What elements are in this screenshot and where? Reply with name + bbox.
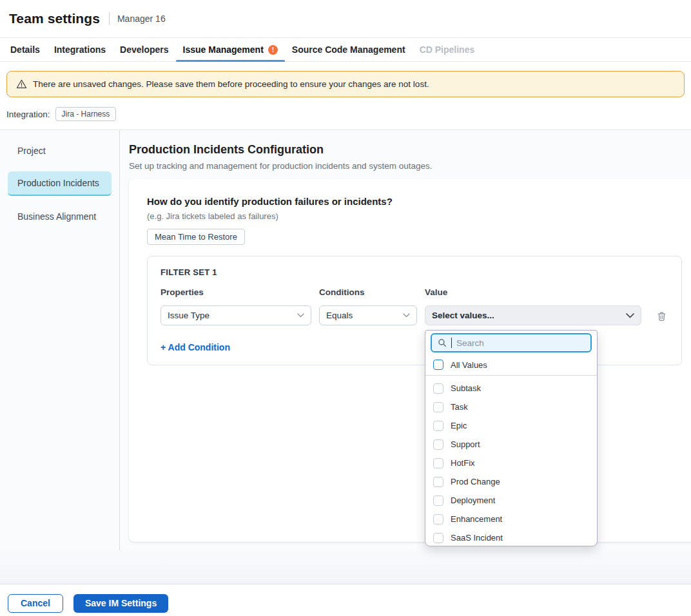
footer-bar: Cancel Save IM Settings xyxy=(0,584,691,616)
dropdown-search-input[interactable]: Search xyxy=(431,333,592,352)
sidebar-item-production-incidents[interactable]: Production Incidents xyxy=(8,171,112,196)
unsaved-changes-badge-icon: ! xyxy=(268,45,278,55)
option-enhancement[interactable]: Enhancement xyxy=(425,510,597,528)
section-subtitle: Set up tracking and management for produ… xyxy=(129,161,691,171)
filter-grid: Properties Conditions Value Issue Type E… xyxy=(161,287,668,325)
value-cell: Select values... xyxy=(425,305,641,325)
all-values-checkbox[interactable] xyxy=(433,360,443,370)
option-checkbox[interactable] xyxy=(433,533,443,543)
column-header-value: Value xyxy=(425,287,641,297)
filter-set-title: FILTER SET 1 xyxy=(161,267,668,277)
option-prod-change[interactable]: Prod Change xyxy=(425,472,597,491)
option-checkbox[interactable] xyxy=(433,514,443,525)
page-header: Team settings Manager 16 xyxy=(0,0,691,37)
option-saas-incident[interactable]: SaaS Incident xyxy=(425,528,597,546)
add-condition-link[interactable]: + Add Condition xyxy=(161,342,230,352)
settings-sidebar: Project Production Incidents Business Al… xyxy=(0,130,120,550)
conditions-select[interactable]: Equals xyxy=(319,305,417,325)
column-header-properties: Properties xyxy=(161,287,311,297)
unsaved-changes-banner: There are unsaved changes. Please save t… xyxy=(6,71,685,97)
option-epic[interactable]: Epic xyxy=(425,416,597,435)
question-heading: How do you identify production failures … xyxy=(147,196,682,207)
conditions-select-value: Equals xyxy=(326,311,353,320)
config-card: How do you identify production failures … xyxy=(129,179,691,542)
page-subtitle: Manager 16 xyxy=(117,14,166,24)
filter-set-panel: FILTER SET 1 Properties Conditions Value… xyxy=(147,256,682,365)
main-content: Production Incidents Configuration Set u… xyxy=(120,130,691,550)
tab-details[interactable]: Details xyxy=(3,38,47,61)
value-dropdown-panel: Search All Values Subtask Task xyxy=(425,330,598,546)
metric-chip[interactable]: Mean Time to Restore xyxy=(147,229,245,245)
option-hotfix[interactable]: HotFix xyxy=(425,454,597,472)
integration-chip[interactable]: Jira - Harness xyxy=(55,107,117,121)
tab-developers[interactable]: Developers xyxy=(113,38,175,61)
value-select-placeholder: Select values... xyxy=(432,311,494,320)
search-icon xyxy=(438,338,447,347)
text-caret xyxy=(451,338,452,348)
column-header-conditions: Conditions xyxy=(319,287,417,297)
integration-label: Integration: xyxy=(6,110,50,119)
option-checkbox[interactable] xyxy=(433,496,443,506)
chevron-down-icon xyxy=(403,313,410,318)
warning-triangle-icon xyxy=(16,79,27,90)
page-title: Team settings xyxy=(9,11,100,26)
option-support[interactable]: Support xyxy=(425,435,597,454)
content-band: Project Production Incidents Business Al… xyxy=(0,130,691,550)
bottom-strip xyxy=(0,550,691,584)
option-deployment[interactable]: Deployment xyxy=(425,491,597,510)
tab-bar: Details Integrations Developers Issue Ma… xyxy=(0,37,691,62)
option-subtask[interactable]: Subtask xyxy=(425,379,597,398)
tab-source-code-management[interactable]: Source Code Management xyxy=(285,38,413,61)
title-separator xyxy=(109,12,110,25)
save-im-settings-button[interactable]: Save IM Settings xyxy=(73,594,168,613)
sidebar-item-business-alignment[interactable]: Business Alignment xyxy=(8,205,112,228)
properties-select-value: Issue Type xyxy=(168,311,209,320)
option-checkbox[interactable] xyxy=(433,421,443,431)
option-all-values[interactable]: All Values xyxy=(425,356,597,373)
delete-filter-button[interactable] xyxy=(654,309,668,323)
chevron-down-icon xyxy=(297,313,304,318)
option-checkbox[interactable] xyxy=(433,402,443,412)
dropdown-option-list: Subtask Task Epic Support HotFix Prod Ch… xyxy=(425,376,597,546)
search-placeholder: Search xyxy=(456,338,484,348)
value-multiselect[interactable]: Select values... xyxy=(425,305,641,325)
sidebar-item-project[interactable]: Project xyxy=(8,139,112,162)
tab-issue-management[interactable]: Issue Management ! xyxy=(176,38,285,61)
option-checkbox[interactable] xyxy=(433,477,443,487)
question-hint: (e.g. Jira tickets labeled as failures) xyxy=(147,211,682,221)
properties-select[interactable]: Issue Type xyxy=(161,305,311,325)
cancel-button[interactable]: Cancel xyxy=(8,594,63,613)
option-checkbox[interactable] xyxy=(433,439,443,450)
chevron-down-icon xyxy=(626,313,634,318)
integration-row: Integration: Jira - Harness xyxy=(0,97,691,130)
trash-icon xyxy=(657,311,667,322)
banner-wrap: There are unsaved changes. Please save t… xyxy=(0,62,691,97)
warning-message: There are unsaved changes. Please save t… xyxy=(33,79,429,89)
option-checkbox[interactable] xyxy=(433,383,443,394)
option-checkbox[interactable] xyxy=(433,458,443,468)
option-task[interactable]: Task xyxy=(425,398,597,416)
section-title: Production Incidents Configuration xyxy=(129,143,691,157)
tab-integrations[interactable]: Integrations xyxy=(47,38,113,61)
tab-cd-pipelines: CD Pipelines xyxy=(413,38,482,61)
